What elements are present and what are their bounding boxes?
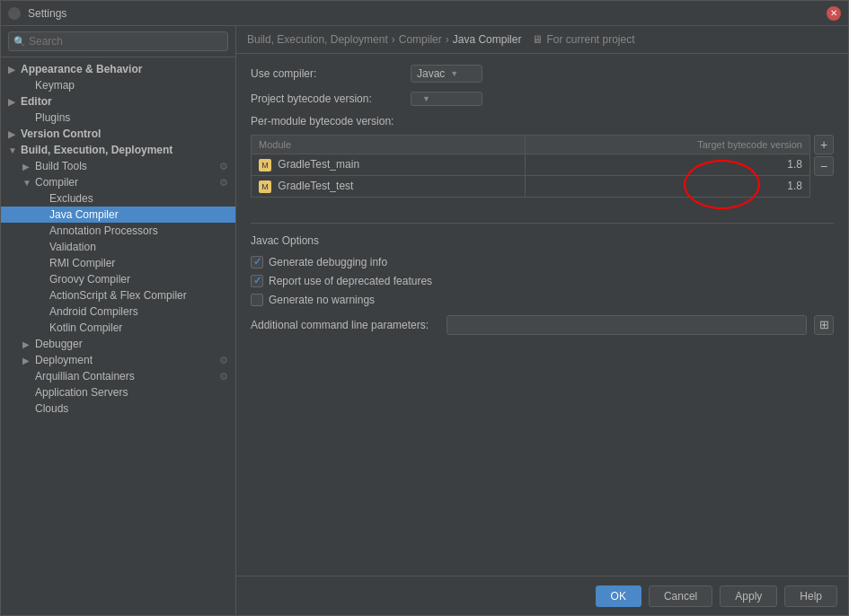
arrow-icon: ▼	[22, 178, 31, 188]
checkbox-row-debug: Generate debugging info	[251, 256, 834, 268]
sidebar-item-build-tools[interactable]: ▶ Build Tools ⚙	[1, 158, 235, 174]
arrow-icon: ▶	[8, 97, 17, 107]
add-module-button[interactable]: +	[814, 135, 834, 154]
project-bytecode-label: Project bytecode version:	[251, 92, 403, 105]
help-button[interactable]: Help	[784, 585, 837, 607]
arrow-icon: ▼	[8, 145, 17, 155]
module-version[interactable]: 1.8	[526, 175, 810, 197]
sidebar: 🔍 ▶ Appearance & Behavior Keymap ▶	[1, 26, 236, 615]
project-bytecode-row: Project bytecode version: ▼	[251, 92, 834, 106]
col-module: Module	[252, 136, 526, 154]
sidebar-item-label: RMI Compiler	[49, 257, 115, 269]
checkbox-debug-label: Generate debugging info	[269, 256, 387, 268]
arrow-icon: ▶	[22, 162, 31, 172]
gear-icon: ⚙	[219, 177, 228, 189]
project-label: 🖥 For current project	[532, 33, 634, 46]
titlebar: Settings ✕	[1, 1, 848, 26]
sidebar-item-keymap[interactable]: Keymap	[1, 77, 235, 93]
additional-params-browse-button[interactable]: ⊞	[814, 315, 834, 335]
gear-icon: ⚙	[219, 355, 228, 366]
search-input[interactable]	[8, 31, 228, 51]
checkbox-row-deprecated: Report use of deprecated features	[251, 275, 834, 287]
sidebar-item-groovy-compiler[interactable]: Groovy Compiler	[1, 271, 235, 287]
sidebar-item-editor[interactable]: ▶ Editor	[1, 93, 235, 110]
footer: OK Cancel Apply Help	[236, 576, 848, 615]
arrow-icon: ▶	[22, 356, 31, 365]
sidebar-item-plugins[interactable]: Plugins	[1, 110, 235, 126]
per-module-label: Per-module bytecode version:	[251, 115, 834, 128]
close-button[interactable]: ✕	[827, 6, 841, 21]
gear-icon: ⚙	[219, 371, 228, 383]
table-action-buttons: + −	[814, 135, 834, 208]
bytecode-table-section: Module Target bytecode version M GradleT…	[251, 135, 834, 208]
breadcrumb-sep1: ›	[392, 33, 395, 46]
sidebar-tree: ▶ Appearance & Behavior Keymap ▶ Editor …	[1, 57, 235, 615]
sidebar-item-label: Appearance & Behavior	[21, 63, 142, 75]
module-icon: M	[259, 180, 271, 193]
sidebar-item-label: Keymap	[35, 79, 75, 92]
checkbox-nowarnings-label: Generate no warnings	[269, 294, 375, 306]
sidebar-item-application-servers[interactable]: Application Servers	[1, 384, 235, 400]
sidebar-item-label: Kotlin Compiler	[49, 321, 122, 334]
sidebar-item-build-exec[interactable]: ▼ Build, Execution, Deployment	[1, 142, 235, 158]
project-bytecode-dropdown[interactable]: ▼	[411, 92, 482, 106]
sidebar-item-version-control[interactable]: ▶ Version Control	[1, 126, 235, 142]
sidebar-item-compiler[interactable]: ▼ Compiler ⚙	[1, 174, 235, 190]
sidebar-item-label: Validation	[49, 241, 96, 253]
table-row[interactable]: M GradleTest_main 1.8	[252, 154, 810, 176]
sidebar-item-label: Annotation Processors	[49, 224, 158, 237]
checkbox-nowarnings[interactable]	[251, 294, 263, 306]
additional-params-row: Additional command line parameters: ⊞	[251, 315, 834, 335]
sidebar-item-excludes[interactable]: Excludes	[1, 190, 235, 207]
javac-options-title: Javac Options	[251, 234, 834, 247]
module-icon: M	[259, 159, 271, 172]
module-name: M GradleTest_main	[252, 154, 526, 176]
checkbox-deprecated[interactable]	[251, 275, 263, 287]
sidebar-item-clouds[interactable]: Clouds	[1, 400, 235, 417]
cancel-button[interactable]: Cancel	[649, 585, 712, 607]
sidebar-item-rmi-compiler[interactable]: RMI Compiler	[1, 255, 235, 271]
sidebar-item-actionscript[interactable]: ActionScript & Flex Compiler	[1, 287, 235, 304]
dropdown-arrow-icon: ▼	[422, 94, 430, 103]
sidebar-item-label: Deployment	[35, 354, 93, 366]
sidebar-item-label: Debugger	[35, 338, 83, 350]
table-row[interactable]: M GradleTest_test 1.8	[252, 175, 810, 197]
sidebar-item-label: Arquillian Containers	[35, 370, 135, 383]
additional-params-input[interactable]	[447, 315, 807, 335]
use-compiler-dropdown[interactable]: Javac ▼	[411, 65, 482, 83]
sidebar-item-label: Application Servers	[35, 386, 128, 399]
sidebar-item-appearance[interactable]: ▶ Appearance & Behavior	[1, 61, 235, 77]
checkbox-deprecated-label: Report use of deprecated features	[269, 275, 432, 287]
table-wrapper: Module Target bytecode version M GradleT…	[251, 135, 810, 208]
checkbox-debug[interactable]	[251, 256, 263, 268]
use-compiler-row: Use compiler: Javac ▼	[251, 65, 834, 83]
sidebar-item-validation[interactable]: Validation	[1, 239, 235, 255]
module-name-text: GradleTest_main	[278, 158, 359, 171]
sidebar-item-deployment[interactable]: ▶ Deployment ⚙	[1, 352, 235, 368]
sidebar-item-label: ActionScript & Flex Compiler	[49, 289, 187, 302]
search-wrap: 🔍	[8, 31, 228, 51]
sidebar-item-label: Android Compilers	[49, 305, 138, 318]
remove-module-button[interactable]: −	[814, 156, 834, 176]
sidebar-item-label: Java Compiler	[49, 208, 119, 221]
main-content: 🔍 ▶ Appearance & Behavior Keymap ▶	[1, 26, 848, 615]
right-panel: Build, Execution, Deployment › Compiler …	[236, 26, 848, 615]
sidebar-item-arquillian[interactable]: Arquillian Containers ⚙	[1, 368, 235, 384]
ok-button[interactable]: OK	[596, 585, 641, 607]
arrow-icon: ▶	[8, 129, 17, 139]
content-area: Use compiler: Javac ▼ Project bytecode v…	[236, 54, 848, 576]
apply-button[interactable]: Apply	[720, 585, 777, 607]
sidebar-item-label: Excludes	[49, 192, 93, 205]
sidebar-item-annotation-processors[interactable]: Annotation Processors	[1, 223, 235, 239]
bytecode-table: Module Target bytecode version M GradleT…	[251, 135, 810, 198]
window-title: Settings	[28, 7, 66, 20]
breadcrumb-current: Java Compiler	[453, 33, 522, 46]
sidebar-item-kotlin-compiler[interactable]: Kotlin Compiler	[1, 320, 235, 336]
module-version[interactable]: 1.8	[526, 154, 810, 176]
sidebar-item-debugger[interactable]: ▶ Debugger	[1, 336, 235, 352]
arrow-icon: ▶	[22, 339, 31, 349]
sidebar-item-label: Build, Execution, Deployment	[21, 144, 172, 156]
sidebar-item-label: Editor	[21, 95, 52, 108]
sidebar-item-android-compilers[interactable]: Android Compilers	[1, 304, 235, 320]
sidebar-item-java-compiler[interactable]: Java Compiler	[1, 207, 235, 223]
